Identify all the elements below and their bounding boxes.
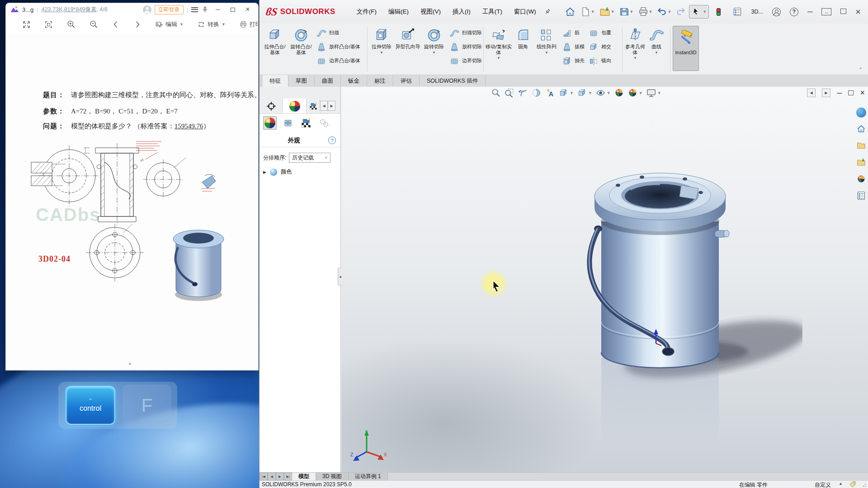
annotations-visibility-button[interactable] xyxy=(545,88,555,98)
featuremanager-tab[interactable] xyxy=(259,99,283,113)
avatar[interactable] xyxy=(143,5,151,14)
threed-label[interactable]: 3D... xyxy=(751,9,763,15)
task-list-icon[interactable] xyxy=(732,7,742,17)
previous-image-icon[interactable] xyxy=(112,20,120,28)
collapse-toolbar-icon[interactable]: ⌃ xyxy=(859,67,863,72)
doc-close-button[interactable]: × xyxy=(860,88,865,98)
fullscreen-icon[interactable] xyxy=(22,20,31,29)
sw-minimize-button[interactable]: ─ xyxy=(807,8,812,16)
menu-window[interactable]: 窗口(W) xyxy=(508,5,542,19)
tab-features[interactable]: 特征 xyxy=(262,75,288,87)
zoom-in-icon[interactable] xyxy=(66,20,75,29)
feature-draft[interactable]: 拔模 xyxy=(560,40,586,54)
traffic-light-icon[interactable] xyxy=(714,7,723,17)
feature-revolved-cut[interactable]: 旋转切除▼ xyxy=(421,26,447,56)
flyout-right-icon[interactable]: ▶ xyxy=(822,89,830,97)
feature-sweep-cut[interactable]: 扫描切除 xyxy=(447,26,484,40)
displaymanager-tab[interactable] xyxy=(283,99,307,113)
tab-annotations[interactable]: 标注 xyxy=(367,75,393,87)
feature-extruded-cut[interactable]: 拉伸切除▼ xyxy=(368,26,395,56)
property-tab[interactable] xyxy=(307,99,320,113)
display-style-button[interactable]: ▼ xyxy=(577,88,592,98)
menu-pin-icon[interactable] xyxy=(542,7,552,17)
panel-scroll-left-icon[interactable]: ◀ xyxy=(320,101,328,111)
appearances-tab[interactable] xyxy=(856,174,867,184)
feature-sweep[interactable]: 扫描 xyxy=(314,26,362,40)
file-size[interactable]: 423.73K xyxy=(42,6,63,13)
doc-restore-button[interactable] xyxy=(848,89,854,97)
tab-scroll-left-icon[interactable]: ◀ xyxy=(268,473,276,480)
menu-file[interactable]: 文件(F) xyxy=(351,5,382,19)
new-document-button[interactable]: ▼ xyxy=(579,5,596,19)
print-button[interactable]: 打印 xyxy=(239,20,261,28)
feature-revolved-boss[interactable]: 旋转凸台/基体 xyxy=(288,26,314,55)
sw-maximize-button[interactable] xyxy=(840,8,846,16)
save-button[interactable]: ▼ xyxy=(618,5,635,19)
feature-shell[interactable]: 抽壳 xyxy=(560,54,586,68)
print-button[interactable]: ▼ xyxy=(637,5,654,19)
menu-edit[interactable]: 编辑(E) xyxy=(382,5,415,19)
next-image-icon[interactable] xyxy=(133,20,142,28)
feature-linear-pattern[interactable]: 线性阵列▼ xyxy=(533,26,560,56)
3d-views-tab[interactable]: 3D 视图 xyxy=(316,473,349,480)
custom-properties-tab[interactable] xyxy=(856,190,867,201)
flyout-left-icon[interactable]: ◀ xyxy=(807,89,816,97)
feature-boundary-cut[interactable]: 边界切除 xyxy=(447,54,484,68)
feature-rib[interactable]: 筋 xyxy=(560,26,586,40)
menu-view[interactable]: 视图(V) xyxy=(415,5,447,19)
feature-move-copy-body[interactable]: 移动/复制实体▼ xyxy=(485,26,513,61)
panel-scroll-right-icon[interactable]: ▶ xyxy=(328,101,335,111)
file-explorer-tab[interactable] xyxy=(856,157,867,168)
viewer-close-button[interactable]: × xyxy=(242,5,254,14)
open-button[interactable]: ▼ xyxy=(598,4,616,19)
tag-icon[interactable] xyxy=(849,481,856,488)
zoom-to-area-button[interactable] xyxy=(504,88,514,98)
menu-icon[interactable] xyxy=(191,7,198,12)
sw-resources-tab[interactable] xyxy=(856,108,866,117)
feature-hole-wizard[interactable]: 异型孔向导 xyxy=(395,26,421,50)
graphics-viewport[interactable]: ▼ ▼ ▼ ▼ ▼ ◀ ▶ ─ × xyxy=(341,87,868,472)
scroll-indicator[interactable]: ▲ xyxy=(128,361,132,366)
tab-scroll-first-icon[interactable]: |◀ xyxy=(259,473,268,480)
account-icon[interactable] xyxy=(772,8,781,16)
file-pixels[interactable]: ,819*849像素 xyxy=(62,6,96,13)
tab-sketch[interactable]: 草图 xyxy=(288,75,315,87)
tab-scroll-right-icon[interactable]: ▶ xyxy=(276,473,284,480)
resize-grip[interactable] xyxy=(863,483,867,487)
view-decals-button[interactable] xyxy=(281,116,295,130)
customize-arrow-icon[interactable]: ▲ xyxy=(839,481,843,486)
hide-show-items-button[interactable]: ▼ xyxy=(595,88,611,98)
sw-close-button[interactable]: × xyxy=(855,7,861,17)
login-button[interactable]: 立即登录 xyxy=(155,5,184,14)
menu-insert[interactable]: 插入(I) xyxy=(447,5,476,19)
viewer-minimize-button[interactable]: ─ xyxy=(212,6,224,13)
instant3d-button[interactable]: Instant3D xyxy=(673,26,699,71)
zoom-out-icon[interactable] xyxy=(89,20,98,29)
motion-study-tab[interactable]: 运动算例 1 xyxy=(349,473,388,480)
view-settings-button[interactable]: ▼ xyxy=(646,88,661,98)
feature-loft-cut[interactable]: 放样切除 xyxy=(447,40,484,54)
feature-fillet[interactable]: 圆角 xyxy=(513,26,533,50)
feature-extruded-boss[interactable]: 拉伸凸台/基体 xyxy=(262,26,288,55)
convert-menu[interactable]: 转换▼ xyxy=(197,20,226,28)
tab-scroll-last-icon[interactable]: ▶| xyxy=(284,473,292,480)
viewer-canvas[interactable]: 题目：请参照图构建三维模型，注意其中的同心、对称、阵列等关系。 参数：A=72，… xyxy=(6,33,258,370)
feature-boundary-boss[interactable]: 边界凸台/基体 xyxy=(314,54,362,68)
tab-evaluate[interactable]: 评估 xyxy=(393,75,420,87)
home-tab[interactable] xyxy=(856,123,867,134)
zoom-to-fit-button[interactable] xyxy=(491,88,501,98)
sort-order-select[interactable]: 历史记载˅ xyxy=(289,153,330,163)
help-icon[interactable]: ? xyxy=(790,8,798,16)
feature-loft[interactable]: 放样凸台/基体 xyxy=(314,40,362,54)
panel-help-icon[interactable]: ? xyxy=(328,136,336,144)
feature-wrap[interactable]: 包覆 xyxy=(586,26,613,40)
view-appearances-button[interactable] xyxy=(263,116,277,130)
apply-scene-button[interactable]: ▼ xyxy=(627,88,643,98)
redo-button[interactable] xyxy=(674,5,688,19)
home-button[interactable] xyxy=(563,4,577,19)
tab-addins[interactable]: SOLIDWORKS 插件 xyxy=(420,75,486,87)
menu-tools[interactable]: 工具(T) xyxy=(476,5,508,19)
tab-sheet-metal[interactable]: 钣金 xyxy=(341,75,367,87)
feature-reference-geometry[interactable]: 参考几何体▼ xyxy=(623,26,647,61)
edit-menu[interactable]: 编辑▼ xyxy=(155,20,184,28)
